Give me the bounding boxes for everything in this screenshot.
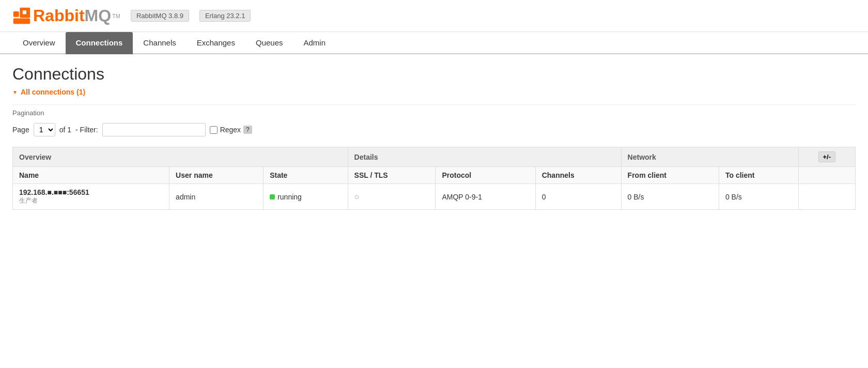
connection-subtitle: 生产者 [19, 196, 163, 205]
pagination-row: Page 1 of 1 - Filter: Regex ? [12, 123, 856, 136]
columns-toggle-button[interactable]: +/- [818, 151, 836, 162]
col-username: User name [169, 167, 264, 184]
cell-channels: 0 [535, 184, 621, 210]
filter-input[interactable] [102, 123, 206, 136]
svg-rect-3 [13, 18, 30, 24]
cell-name: 192.168.■.■■■:56651 生产者 [13, 184, 169, 210]
cell-state: running [264, 184, 348, 210]
col-to-client: To client [719, 167, 798, 184]
col-from-client: From client [621, 167, 719, 184]
table-row: 192.168.■.■■■:56651 生产者 admin running ○ … [13, 184, 856, 210]
ssl-indicator: ○ [354, 192, 360, 201]
regex-checkbox[interactable] [210, 126, 218, 134]
erlang-version-badge: Erlang 23.2.1 [199, 10, 251, 22]
cell-protocol: AMQP 0-9-1 [436, 184, 535, 210]
plus-minus-button[interactable]: +/- [798, 147, 855, 167]
rabbitmq-version-badge: RabbitMQ 3.8.9 [131, 10, 189, 22]
cell-to-client: 0 B/s [719, 184, 798, 210]
group-header-network: Network [621, 147, 798, 167]
logo: RabbitMQTM [12, 6, 120, 25]
regex-label: Regex [220, 126, 241, 134]
regex-container: Regex ? [210, 126, 252, 134]
all-connections-toggle[interactable]: ▼ All connections (1) [12, 88, 856, 96]
toggle-arrow-icon: ▼ [12, 89, 18, 95]
connection-name[interactable]: 192.168.■.■■■:56651 [19, 188, 163, 196]
svg-rect-0 [13, 11, 19, 17]
cell-ssl: ○ [348, 184, 436, 210]
col-extra [798, 167, 855, 184]
rabbitmq-logo-icon [12, 7, 31, 25]
state-running-icon [270, 194, 275, 200]
filter-label: - Filter: [75, 126, 98, 134]
of-text: of 1 [59, 126, 71, 134]
logo-mq: MQ [85, 6, 112, 25]
col-state: State [264, 167, 348, 184]
col-protocol: Protocol [436, 167, 535, 184]
pagination-section-label: Pagination [12, 104, 856, 117]
page-select[interactable]: 1 [34, 123, 55, 136]
col-channels: Channels [535, 167, 621, 184]
help-badge[interactable]: ? [243, 126, 252, 134]
tab-connections[interactable]: Connections [66, 32, 133, 54]
tab-admin[interactable]: Admin [293, 32, 336, 54]
group-header-overview: Overview [13, 147, 348, 167]
cell-username: admin [169, 184, 264, 210]
tab-queues[interactable]: Queues [245, 32, 293, 54]
logo-rabbit: Rabbit [33, 6, 85, 25]
logo-tm: TM [112, 13, 120, 19]
header: RabbitMQTM RabbitMQ 3.8.9 Erlang 23.2.1 [0, 0, 868, 32]
tab-exchanges[interactable]: Exchanges [187, 32, 245, 54]
group-header-details: Details [348, 147, 621, 167]
cell-from-client: 0 B/s [621, 184, 719, 210]
tab-overview[interactable]: Overview [12, 32, 66, 54]
main-nav: Overview Connections Channels Exchanges … [0, 32, 868, 54]
page-label: Page [12, 126, 29, 134]
state-label: running [277, 193, 302, 201]
col-name: Name [13, 167, 169, 184]
state-running: running [270, 193, 341, 201]
svg-rect-2 [23, 10, 26, 14]
connections-table: Overview Details Network +/- Name User n… [12, 147, 856, 210]
cell-extra [798, 184, 855, 210]
col-ssl: SSL / TLS [348, 167, 436, 184]
tab-channels[interactable]: Channels [133, 32, 186, 54]
main-content: Connections ▼ All connections (1) Pagina… [0, 54, 868, 220]
all-connections-label: All connections (1) [21, 88, 85, 96]
page-title: Connections [12, 65, 856, 84]
